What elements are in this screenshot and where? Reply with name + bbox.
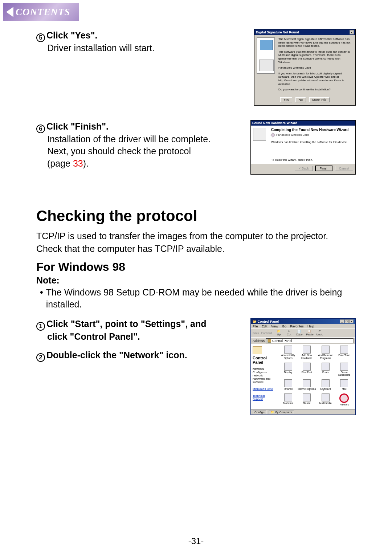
toolbar-forward[interactable]: Forward (261, 331, 272, 335)
found-new-hardware-dialog: Found New Hardware Wizard Completing the… (250, 120, 356, 175)
back-triangle-icon (6, 7, 13, 17)
note-body: • The Windows 98 Setup CD-ROM may be nee… (36, 286, 356, 311)
toolbar-cut[interactable]: ✂Cut (286, 330, 292, 336)
close-icon[interactable]: × (350, 30, 354, 34)
menu-favorites[interactable]: Favorites (290, 325, 303, 328)
protocol-paragraph: TCP/IP is used to transfer the images fr… (36, 230, 356, 255)
win-step-2-number: 2 (36, 353, 45, 362)
cp-toolbar: Back Forward 📁Up ✂Cut 📄Copy 📋Paste ↶Undo (251, 328, 355, 337)
back-button: < Back (295, 166, 313, 171)
cp-item-add-hardware[interactable]: Add New Hardware (298, 346, 317, 362)
computer-icon (257, 37, 275, 74)
step-5-number: 5 (36, 33, 45, 42)
cp-item-mail[interactable]: Mail (335, 379, 354, 393)
finish-button[interactable]: Finish (315, 166, 332, 171)
toolbar-paste[interactable]: 📋Paste (306, 330, 313, 336)
cancel-button: Cancel (335, 166, 353, 171)
cp-item-multimedia[interactable]: Multimedia (316, 393, 335, 408)
window-buttons[interactable]: _□× (339, 319, 354, 323)
more-info-button[interactable]: More Info (309, 97, 330, 102)
dialog2-titlebar: Found New Hardware Wizard (251, 121, 355, 126)
wizard-heading: Completing the Found New Hardware Wizard (271, 128, 353, 132)
page-number: -31- (0, 536, 392, 546)
cp-item-findfast[interactable]: Find Fast (298, 363, 317, 379)
cp-icon-grid: Accessibility Options Add New Hardware A… (277, 344, 355, 409)
digital-signature-dialog: Digital Signature Not Found × The Micros… (254, 29, 356, 106)
address-field[interactable]: Control Panel (266, 338, 354, 343)
folder-icon (268, 339, 271, 343)
microsoft-home-link[interactable]: Microsoft Home (253, 387, 275, 391)
step-6-body: Installation of the driver will be compl… (47, 133, 245, 170)
menu-go[interactable]: Go (282, 325, 286, 328)
toolbar-copy[interactable]: 📄Copy (296, 330, 302, 336)
no-button[interactable]: No (295, 97, 306, 102)
contents-label: CONTENTS (16, 7, 70, 18)
maximize-icon: □ (344, 319, 349, 323)
win-step-1-number: 1 (36, 322, 45, 331)
step-6-number: 6 (36, 125, 45, 133)
cp-item-keyboard[interactable]: Keyboard (316, 379, 335, 393)
cp-side-panel: Control Panel NetworkConfigures network … (251, 344, 277, 409)
step-5-body: Driver installation will start. (47, 42, 248, 54)
wizard-device: Panasonic Wireless Card (271, 133, 353, 137)
dialog1-message: The Microsoft digital signature affirms … (278, 37, 353, 94)
cp-status-bar: Configu 📁 My Computer (251, 409, 355, 415)
yes-button[interactable]: Yes (280, 97, 292, 102)
page-reference[interactable]: 33 (73, 158, 83, 168)
close-icon: × (349, 319, 354, 323)
control-panel-icon (253, 346, 262, 354)
menu-file[interactable]: File (253, 325, 258, 328)
note-label: Note: (36, 275, 356, 286)
minimize-icon: _ (340, 319, 344, 323)
cp-item-display[interactable]: Display (279, 363, 298, 379)
step-6-heading: 6Click "Finish". (36, 120, 245, 133)
technical-support-link[interactable]: Technical Support (253, 394, 275, 401)
dialog1-titlebar: Digital Signature Not Found × (254, 29, 355, 35)
menu-edit[interactable]: Edit (262, 325, 268, 328)
menu-help[interactable]: Help (307, 325, 314, 328)
toolbar-up[interactable]: 📁Up (275, 330, 282, 336)
cp-menu-bar[interactable]: File Edit View Go Favorites Help (251, 324, 355, 328)
cp-item-fonts[interactable]: Fonts (316, 363, 335, 379)
toolbar-back[interactable]: Back (253, 331, 259, 335)
toolbar-undo[interactable]: ↶Undo (316, 330, 323, 336)
cp-item-accessibility[interactable]: Accessibility Options (279, 346, 298, 362)
wizard-close-msg: To close this wizard, click Finish. (271, 158, 353, 162)
cp-item-datetime[interactable]: Date/Time (335, 346, 354, 362)
win-step-1: 1Click "Start", point to "Settings", and… (36, 318, 245, 343)
cp-item-add-remove[interactable]: Add/Remove Programs (316, 346, 335, 362)
cp-item-game[interactable]: Game Controllers (335, 363, 354, 379)
cp-address-bar: Address Control Panel (251, 337, 355, 344)
diamond-icon (270, 132, 275, 138)
wizard-icon (253, 128, 266, 141)
cp-titlebar: 📂 Control Panel _□× (251, 319, 355, 324)
cp-item-mouse[interactable]: Mouse (298, 393, 317, 408)
control-panel-window: 📂 Control Panel _□× File Edit View Go Fa… (250, 318, 356, 415)
wizard-message: Windows has finished installing the soft… (271, 140, 353, 144)
contents-tab[interactable]: CONTENTS (3, 3, 79, 21)
menu-view[interactable]: View (271, 325, 278, 328)
section-heading: Checking the protocol (36, 207, 356, 225)
cp-item-network[interactable]: Network (335, 393, 354, 408)
network-icon (339, 393, 349, 403)
win-step-2: 2Double-click the "Network" icon. (36, 349, 245, 362)
cp-item-modems[interactable]: Modems (279, 393, 298, 408)
step-5-heading: 5Click "Yes". (36, 29, 248, 42)
win98-heading: For Windows 98 (36, 260, 356, 274)
cp-item-internet[interactable]: Internet Options (298, 379, 317, 393)
cp-item-infrared[interactable]: Infrared (279, 379, 298, 393)
